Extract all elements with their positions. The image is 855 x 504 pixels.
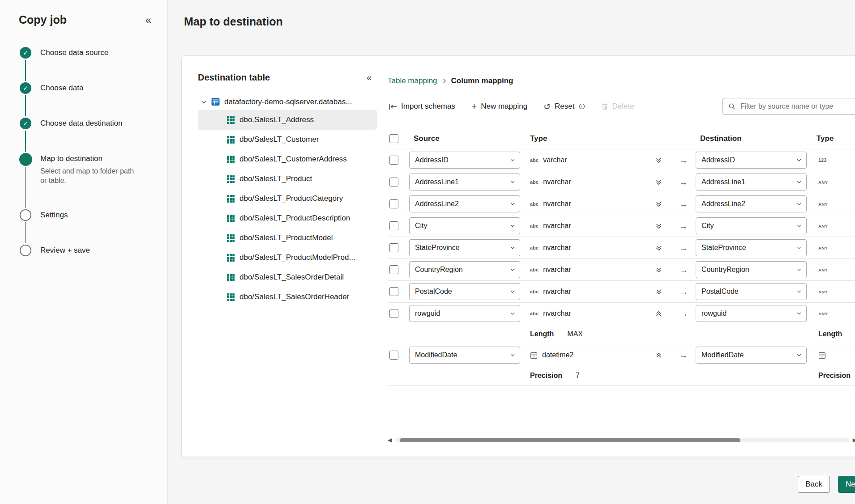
panel-collapse-icon[interactable]: «	[364, 72, 374, 83]
row-checkbox[interactable]	[389, 351, 398, 360]
source-column-dropdown[interactable]: City	[409, 217, 520, 234]
filter-input[interactable]	[740, 102, 851, 111]
import-schemas-button[interactable]: Import schemas	[388, 100, 456, 113]
sql-server-icon	[211, 97, 220, 106]
destination-column-dropdown[interactable]: StateProvince	[696, 239, 807, 256]
row-checkbox[interactable]	[389, 309, 398, 318]
close-icon[interactable]: ✕	[851, 12, 855, 28]
scroll-right-icon[interactable]: ▶	[853, 437, 855, 443]
row-checkbox[interactable]	[389, 265, 398, 274]
destination-column-dropdown[interactable]: rowguid	[696, 305, 807, 322]
expand-row-icon[interactable]	[654, 155, 664, 165]
expand-row-icon[interactable]	[654, 221, 664, 231]
destination-column-dropdown[interactable]: ModifiedDate	[696, 347, 807, 364]
row-checkbox[interactable]	[389, 243, 398, 252]
tree-item[interactable]: dbo/SalesLT_ProductModelProd...	[198, 248, 377, 267]
destination-type-icon: 123	[818, 157, 826, 163]
source-column-dropdown[interactable]: ModifiedDate	[409, 347, 520, 364]
tree-item[interactable]: dbo/SalesLT_CustomerAddress	[198, 149, 377, 169]
next-button[interactable]: Next	[838, 476, 855, 493]
source-type-name: nvarchar	[543, 178, 571, 186]
mapping-row: AddressIDabcvarchar→AddressID123	[388, 149, 855, 171]
chevron-down-icon	[510, 223, 515, 229]
expand-row-icon[interactable]	[654, 199, 664, 209]
step-connector	[25, 95, 26, 116]
property-value: MAX	[567, 330, 583, 338]
step-connector	[25, 167, 26, 208]
tree-item[interactable]: dbo/SalesLT_SalesOrderHeader	[198, 287, 377, 307]
step-status-icon	[20, 245, 31, 256]
step-status-icon: ✓	[20, 118, 31, 129]
destination-column-dropdown[interactable]: AddressID	[696, 152, 807, 169]
source-column-dropdown[interactable]: AddressID	[409, 152, 520, 169]
collapse-row-icon[interactable]	[654, 350, 664, 360]
chevron-down-icon	[796, 267, 802, 272]
source-column-dropdown[interactable]: StateProvince	[409, 239, 520, 256]
table-icon	[227, 116, 235, 124]
back-button[interactable]: Back	[798, 476, 830, 493]
chevron-right-icon	[442, 78, 447, 84]
step-review-save[interactable]: Review + save	[19, 245, 154, 280]
chevron-down-icon	[796, 311, 802, 316]
tree-item[interactable]: dbo/SalesLT_Customer	[198, 130, 377, 149]
tree-item[interactable]: dbo/SalesLT_ProductModel	[198, 228, 377, 248]
collapse-row-icon[interactable]	[654, 309, 664, 319]
destination-column-dropdown[interactable]: AddressLine1	[696, 174, 807, 191]
source-type: abcnvarchar	[530, 244, 646, 252]
expand-row-icon[interactable]	[654, 177, 664, 187]
sidebar: Copy job « ✓Choose data source✓Choose da…	[0, 0, 168, 504]
import-icon	[389, 103, 397, 110]
source-type: 12datetime2	[530, 351, 646, 359]
destination-column-dropdown[interactable]: CountryRegion	[696, 261, 807, 278]
expand-row-icon[interactable]	[654, 287, 664, 297]
mapping-row: ModifiedDate12datetime2→ModifiedDate12	[388, 344, 855, 366]
scrollbar-thumb[interactable]	[400, 438, 740, 442]
tree-root[interactable]: datafactory-demo-sqlserver.databas...	[198, 97, 377, 106]
destination-panel: Destination table « datafactory-demo-sql…	[198, 72, 377, 457]
row-checkbox[interactable]	[389, 199, 398, 208]
destination-column-dropdown[interactable]: City	[696, 217, 807, 234]
source-column-dropdown[interactable]: rowguid	[409, 305, 520, 322]
destination-column-dropdown[interactable]: PostalCode	[696, 283, 807, 300]
tree-item-label: dbo/SalesLT_ProductDescription	[239, 214, 350, 223]
tree-item[interactable]: dbo/SalesLT_SalesOrderDetail	[198, 267, 377, 287]
tree-item[interactable]: dbo.SalesLT_Address	[198, 110, 377, 130]
chevron-down-icon	[510, 352, 515, 358]
text-type-icon: abc	[530, 245, 539, 250]
source-column-dropdown[interactable]: AddressLine2	[409, 195, 520, 212]
step-choose-data[interactable]: ✓Choose data	[19, 82, 154, 118]
delete-button[interactable]: Delete	[600, 100, 635, 113]
source-column-dropdown[interactable]: PostalCode	[409, 283, 520, 300]
row-checkbox[interactable]	[389, 156, 398, 165]
destination-column-dropdown[interactable]: AddressLine2	[696, 195, 807, 212]
step-choose-data-source[interactable]: ✓Choose data source	[19, 47, 154, 82]
step-map-to-destination[interactable]: Map to destinationSelect and map to fold…	[19, 153, 154, 209]
new-mapping-button[interactable]: + New mapping	[470, 100, 528, 113]
source-type: abcnvarchar	[530, 222, 646, 230]
expand-row-icon[interactable]	[654, 265, 664, 275]
expand-row-icon[interactable]	[654, 243, 664, 253]
row-checkbox[interactable]	[389, 287, 398, 296]
breadcrumb-table-mapping[interactable]: Table mapping	[388, 76, 437, 85]
tree-item[interactable]: dbo/SalesLT_Product	[198, 169, 377, 189]
tree-item[interactable]: dbo/SalesLT_ProductCategory	[198, 189, 377, 208]
source-type: abcnvarchar	[530, 178, 646, 186]
tree-item[interactable]: dbo/SalesLT_ProductDescription	[198, 208, 377, 228]
row-checkbox[interactable]	[389, 178, 398, 186]
sidebar-collapse-icon[interactable]: «	[143, 14, 154, 26]
step-choose-data-destination[interactable]: ✓Choose data destination	[19, 118, 154, 153]
source-column-dropdown[interactable]: AddressLine1	[409, 174, 520, 191]
scroll-left-icon[interactable]: ◀	[388, 437, 392, 443]
mapping-table: Source Type Destination Type AddressIDab…	[388, 128, 855, 386]
mapping-row-group: PostalCodeabcnvarchar→PostalCodeANY	[388, 281, 855, 303]
horizontal-scrollbar[interactable]: ◀ ▶	[388, 437, 855, 443]
source-column-dropdown[interactable]: CountryRegion	[409, 261, 520, 278]
reset-button[interactable]: ↺ Reset	[543, 100, 586, 113]
sidebar-header: Copy job «	[19, 13, 154, 26]
step-settings[interactable]: Settings	[19, 209, 154, 245]
column-mapping-panel: Table mapping Column mapping Import sche…	[388, 72, 855, 457]
scrollbar-track[interactable]	[395, 438, 849, 442]
plus-icon: +	[471, 102, 477, 111]
select-all-checkbox[interactable]	[389, 134, 398, 143]
row-checkbox[interactable]	[389, 221, 398, 230]
